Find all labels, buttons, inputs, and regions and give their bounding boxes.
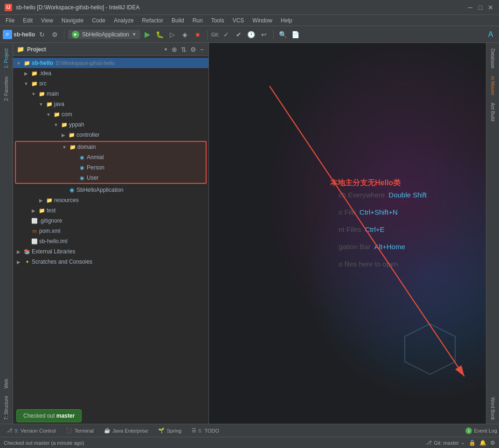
tree-item-anmial[interactable]: ◉ Anmial bbox=[16, 152, 206, 162]
right-tab-maven[interactable]: m Maven bbox=[488, 72, 497, 99]
tree-item-root[interactable]: ▼ 📁 sb-hello D:\Workspace-git\sb-hello bbox=[13, 58, 208, 68]
vcs-tab-num: 9: bbox=[14, 428, 19, 434]
menu-edit[interactable]: Edit bbox=[19, 16, 36, 25]
tree-item-sbhello-app[interactable]: ◉ SbHelloApplication bbox=[13, 185, 208, 195]
run-config-dropdown[interactable]: ▼ bbox=[132, 32, 137, 37]
tree-icon-main: 📁 bbox=[38, 90, 46, 98]
panel-gear-btn[interactable]: ⚙ bbox=[189, 45, 197, 54]
menu-view[interactable]: View bbox=[37, 16, 57, 25]
tree-label-resources: resources bbox=[54, 197, 79, 203]
project-icon: P bbox=[3, 30, 12, 39]
tree-item-domain[interactable]: ▼ 📁 domain bbox=[16, 142, 206, 152]
git-commit[interactable]: ✔ bbox=[233, 29, 244, 40]
bottom-tab-todo[interactable]: ☰ 6: TODO bbox=[187, 426, 224, 435]
toolbar-run-section: ▶ SbHelloApplication ▼ ▶ 🐛 ▷ ◈ ■ bbox=[68, 29, 203, 40]
panel-add-btn[interactable]: ⊕ bbox=[171, 45, 178, 54]
menu-code[interactable]: Code bbox=[88, 16, 109, 25]
menu-navigate[interactable]: Navigate bbox=[58, 16, 87, 25]
tree-arrow-idea: ▶ bbox=[22, 70, 30, 77]
debug-button[interactable]: 🐛 bbox=[154, 29, 166, 40]
tree-arrow-iml bbox=[22, 238, 30, 245]
tree-item-gitignore[interactable]: ⬜ .gitignore bbox=[13, 216, 208, 226]
event-log-section[interactable]: 1 Event Log bbox=[465, 427, 497, 434]
project-name: sb-hello bbox=[14, 31, 35, 38]
menu-help[interactable]: Help bbox=[277, 16, 296, 25]
close-button[interactable]: ✕ bbox=[487, 4, 494, 11]
tree-item-iml[interactable]: ⬜ sb-hello.iml bbox=[13, 236, 208, 246]
panel-close-btn[interactable]: − bbox=[199, 45, 205, 54]
toolbar-git-section: Git: ✓ ✔ 🕐 ↩ bbox=[211, 29, 270, 40]
tree-label-yppah: yppah bbox=[69, 121, 84, 128]
run-configuration[interactable]: ▶ SbHelloApplication ▼ bbox=[68, 30, 140, 39]
git-branch-display[interactable]: ⎇ Git: master ⌄ bbox=[426, 440, 465, 446]
run-with-coverage[interactable]: ▷ bbox=[167, 29, 178, 40]
tree-label-scratches: Scratches and Consoles bbox=[32, 259, 92, 265]
tree-item-yppah[interactable]: ▼ 📁 yppah bbox=[13, 119, 208, 130]
menu-file[interactable]: File bbox=[2, 16, 18, 25]
tree-item-com[interactable]: ▼ 📁 com bbox=[13, 109, 208, 119]
sidebar-tab-favorites[interactable]: 2: Favorites bbox=[2, 73, 11, 105]
menu-window[interactable]: Window bbox=[249, 16, 276, 25]
tree-icon-src: 📁 bbox=[31, 80, 38, 87]
search-everywhere-icon[interactable]: 🔍 bbox=[277, 29, 289, 40]
tree-item-main[interactable]: ▼ 📁 main bbox=[13, 89, 208, 99]
git-rollback[interactable]: ↩ bbox=[258, 29, 270, 40]
project-tree: ▼ 📁 sb-hello D:\Workspace-git\sb-hello ▶… bbox=[13, 56, 208, 424]
tree-arrow-domain: ▼ bbox=[61, 143, 68, 151]
menu-refactor[interactable]: Refactor bbox=[139, 16, 167, 25]
minimize-button[interactable]: ─ bbox=[466, 4, 474, 11]
settings-icon[interactable]: ⚙ bbox=[49, 29, 60, 40]
title-bar: IJ sb-hello [D:\Workspace-git\sb-hello] … bbox=[0, 0, 499, 15]
tree-item-src[interactable]: ▼ 📁 src bbox=[13, 78, 208, 89]
tree-item-controller[interactable]: ▶ 📁 controller bbox=[13, 130, 208, 140]
menu-build[interactable]: Build bbox=[168, 16, 188, 25]
tree-item-person[interactable]: ◉ Person bbox=[16, 162, 206, 173]
sidebar-tab-structure[interactable]: 7: Structure bbox=[2, 392, 11, 424]
run-button[interactable]: ▶ bbox=[142, 29, 153, 40]
run-config-name: SbHelloApplication bbox=[82, 31, 129, 38]
hint-prefix-5: o files here to open bbox=[339, 260, 398, 268]
menu-analyze[interactable]: Analyze bbox=[110, 16, 138, 25]
tree-item-java[interactable]: ▼ 📁 java bbox=[13, 99, 208, 109]
panel-collapse-btn[interactable]: ⇅ bbox=[180, 45, 187, 54]
git-update[interactable]: ✓ bbox=[221, 29, 232, 40]
menu-run[interactable]: Run bbox=[189, 16, 207, 25]
bottom-tab-terminal[interactable]: ⬛ Terminal bbox=[61, 426, 98, 435]
tree-item-pom[interactable]: m pom.xml bbox=[13, 226, 208, 236]
maximize-button[interactable]: □ bbox=[477, 4, 484, 11]
tree-arrow-ext-libs: ▶ bbox=[15, 248, 22, 255]
right-tab-ant[interactable]: Ant Build bbox=[488, 99, 497, 125]
tree-label-domain: domain bbox=[77, 144, 96, 150]
right-tab-database[interactable]: Database bbox=[488, 45, 497, 72]
git-history[interactable]: 🕐 bbox=[246, 29, 257, 40]
tree-item-ext-libs[interactable]: ▶ 📚 External Libraries bbox=[13, 246, 208, 257]
sync-icon[interactable]: ↻ bbox=[36, 29, 48, 40]
bottom-right-section: 1 Event Log bbox=[465, 427, 497, 434]
bottom-tab-java-enterprise[interactable]: ☕ Java Enterprise bbox=[99, 426, 152, 435]
stop-button[interactable]: ■ bbox=[192, 29, 203, 40]
tree-label-src: src bbox=[39, 80, 47, 87]
open-file-icon[interactable]: 📄 bbox=[290, 29, 301, 40]
menu-vcs[interactable]: VCS bbox=[229, 16, 248, 25]
status-notification-icon: 🔔 bbox=[479, 440, 486, 446]
menu-tools[interactable]: Tools bbox=[208, 16, 228, 25]
tree-item-resources[interactable]: ▶ 📁 resources bbox=[13, 195, 208, 205]
sidebar-tab-web[interactable]: Web bbox=[2, 375, 11, 392]
tree-item-user[interactable]: ◉ User bbox=[16, 173, 206, 183]
right-tab-wordbook[interactable]: Word Book bbox=[488, 393, 497, 424]
git-branch-text: Git: master bbox=[434, 440, 459, 446]
tree-item-test[interactable]: ▶ 📁 test bbox=[13, 205, 208, 216]
panel-dropdown-arrow[interactable]: ▼ bbox=[164, 47, 168, 52]
profile-button[interactable]: ◈ bbox=[180, 29, 191, 40]
sidebar-tab-project[interactable]: 1: Project bbox=[2, 45, 11, 72]
tree-item-idea[interactable]: ▶ 📁 .idea bbox=[13, 68, 208, 78]
tree-icon-sbhello: ◉ bbox=[68, 186, 76, 194]
translate-icon[interactable]: A bbox=[485, 29, 496, 40]
bottom-tab-spring[interactable]: 🌱 Spring bbox=[153, 426, 186, 435]
status-lock-icon: 🔒 bbox=[469, 440, 476, 446]
tree-arrow-pom bbox=[22, 227, 30, 235]
panel-controls: ⊕ ⇅ ⚙ − bbox=[171, 45, 205, 54]
tree-item-scratches[interactable]: ▶ ✦ Scratches and Consoles bbox=[13, 257, 208, 267]
tree-arrow-test: ▶ bbox=[30, 207, 37, 214]
bottom-tab-vcs[interactable]: ⎇ 9: Version Control bbox=[2, 426, 60, 435]
